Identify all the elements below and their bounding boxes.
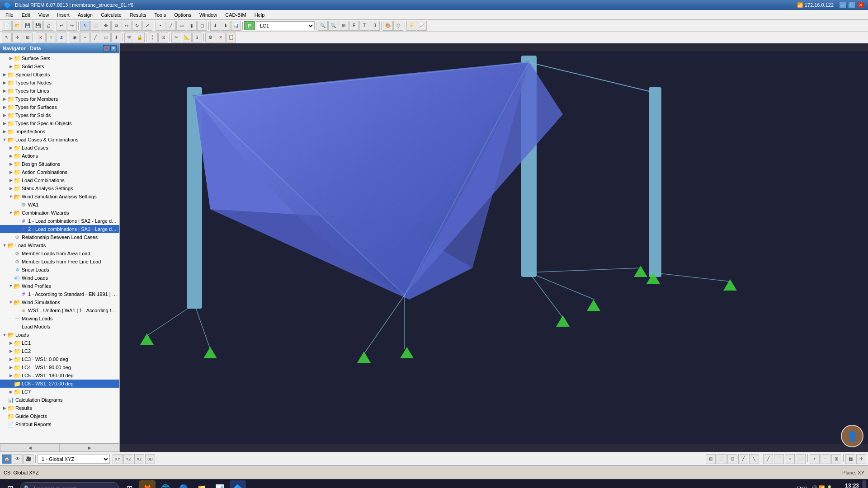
tree-item-types-lines[interactable]: ▶📁Types for Lines — [0, 87, 119, 95]
expander-lc1[interactable]: ▶ — [8, 339, 14, 347]
expander-types-members[interactable]: ▶ — [2, 95, 7, 103]
nav-close-button[interactable]: ✕ — [110, 45, 117, 52]
coord-btn-4[interactable]: 3D — [145, 454, 155, 464]
tb2-axis-x[interactable]: X — [36, 33, 46, 42]
expander-wind-simulation-settings[interactable]: ▼ — [8, 192, 14, 201]
tree-item-printout-reports[interactable]: 📄Printout Reports — [0, 420, 119, 428]
menu-file[interactable]: File — [2, 11, 17, 19]
expander-imperfections[interactable]: ▶ — [2, 127, 7, 136]
taskbar-office[interactable]: 📊 — [212, 480, 228, 488]
expander-wa1[interactable] — [14, 201, 20, 209]
expander-lc5[interactable]: ▶ — [8, 371, 14, 380]
expander-load-cases-combos[interactable]: ▼ — [2, 136, 7, 144]
tree-item-results[interactable]: ▶📁Results — [0, 404, 119, 412]
sb-grid-toggle[interactable]: ▦ — [845, 454, 855, 464]
tree-item-member-free[interactable]: ⚙Member Loads from Free Line Load — [0, 258, 119, 266]
tree-item-special-objects[interactable]: ▶📁Special Objects — [0, 70, 119, 79]
tb2-settings[interactable]: ⚙ — [205, 33, 215, 42]
tb2-grid[interactable]: ⊞ — [23, 33, 33, 42]
show-desktop[interactable] — [863, 480, 866, 488]
taskbar-apps[interactable]: ⊞ — [121, 480, 137, 488]
expander-actions[interactable]: ▶ — [8, 152, 14, 160]
tb2-delete[interactable]: ✕ — [216, 33, 226, 42]
tree-item-calculation-diagrams[interactable]: 📊Calculation Diagrams — [0, 396, 119, 404]
tree-item-types-solids[interactable]: ▶📁Types for Solids — [0, 111, 119, 119]
sb-minus[interactable]: − — [821, 454, 830, 464]
sb-right-3[interactable]: ⊡ — [727, 454, 737, 464]
expander-static-analysis-settings[interactable]: ▶ — [8, 184, 14, 192]
tree-item-lc6[interactable]: ▶📁LC6 - WS1: 270.00 deg — [0, 380, 119, 388]
tb-save2[interactable]: 💾 — [33, 21, 43, 31]
tree-item-snow-loads[interactable]: ❄Snow Loads — [0, 266, 119, 274]
expander-member-area[interactable] — [8, 249, 14, 258]
tree-item-lc7[interactable]: ▶📁LC7 — [0, 388, 119, 396]
tb-node[interactable]: • — [156, 21, 165, 31]
tree-item-load-cases-combos[interactable]: ▼📂Load Cases & Combinations — [0, 136, 119, 144]
tb-load[interactable]: ⬇ — [210, 21, 220, 31]
tb-view-front[interactable]: F — [349, 21, 359, 31]
tb-view-3d[interactable]: 3 — [370, 21, 380, 31]
tree-item-static-analysis-settings[interactable]: ▶📁Static Analysis Settings — [0, 184, 119, 192]
expander-lc4[interactable]: ▶ — [8, 363, 14, 371]
tree-item-wind-simulations[interactable]: ▼📂Wind Simulations — [0, 298, 119, 306]
maximize-button[interactable]: □ — [848, 2, 855, 8]
tree-item-wind-loads[interactable]: 💨Wind Loads — [0, 274, 119, 282]
sb-snap-toggle[interactable]: ✛ — [856, 454, 866, 464]
tree-item-lc5[interactable]: ▶📁LC5 - WS1: 180.00 deg — [0, 371, 119, 380]
expander-lc3[interactable]: ▶ — [8, 355, 14, 363]
tb-rotate[interactable]: ↻ — [132, 21, 142, 31]
expander-wind-simulations[interactable]: ▼ — [8, 298, 14, 306]
sb-right-5[interactable]: ╲ — [749, 454, 759, 464]
expander-types-lines[interactable]: ▶ — [2, 87, 7, 95]
tree-item-relationship[interactable]: ⚙Relationship Between Load Cases — [0, 233, 119, 241]
coord-btn-1[interactable]: XY — [113, 454, 123, 464]
expander-relationship[interactable] — [8, 233, 14, 241]
sb-right-4[interactable]: ╱ — [738, 454, 748, 464]
tree-item-types-special[interactable]: ▶📁Types for Special Objects — [0, 119, 119, 127]
tb-opening[interactable]: ◻ — [197, 21, 207, 31]
sb-right-2[interactable]: ⬜ — [717, 454, 726, 464]
sb-zoom-fit[interactable]: ⊞ — [831, 454, 841, 464]
expander-lc2[interactable]: ▶ — [8, 347, 14, 355]
sb-draw-rect[interactable]: ⬜ — [796, 454, 806, 464]
expander-action-combinations[interactable]: ▶ — [8, 168, 14, 176]
taskbar-rfem[interactable]: 🔷 — [230, 480, 246, 488]
menu-insert[interactable]: Insert — [53, 11, 73, 19]
tb-copy[interactable]: ⧉ — [111, 21, 121, 31]
expander-snow-loads[interactable] — [8, 266, 14, 274]
tb-analyze[interactable]: 📊 — [231, 21, 241, 31]
tree-item-member-area[interactable]: ⚙Member Loads from Area Load — [0, 249, 119, 258]
tb2-display-all[interactable]: ◉ — [70, 33, 80, 42]
nav-scroll-right[interactable]: ▶ — [60, 444, 119, 452]
tb-print[interactable]: 🖨 — [43, 21, 53, 31]
tb-fit[interactable]: ⊞ — [339, 21, 349, 31]
expander-types-surfaces[interactable]: ▶ — [2, 103, 7, 111]
sb-draw-line[interactable]: ╱ — [763, 454, 773, 464]
sb-btn-eye[interactable]: 👁 — [13, 454, 23, 464]
tree-item-loads[interactable]: ▼📂Loads — [0, 331, 119, 339]
tb-undo[interactable]: ↩ — [57, 21, 66, 31]
sb-plus[interactable]: + — [810, 454, 820, 464]
expander-combo2[interactable] — [14, 225, 20, 233]
tb2-axis-y[interactable]: Y — [46, 33, 56, 42]
tb2-cursor[interactable]: ↖ — [2, 33, 12, 42]
sb-btn-home[interactable]: 🏠 — [2, 454, 12, 464]
taskbar-chrome[interactable]: 🔵 — [175, 480, 192, 488]
expander-wind-profile-1[interactable] — [14, 290, 20, 298]
tree-item-actions[interactable]: ▶📁Actions — [0, 152, 119, 160]
expander-load-combinations[interactable]: ▶ — [8, 176, 14, 184]
tb2-display-nodes[interactable]: • — [80, 33, 90, 42]
expander-printout-reports[interactable] — [2, 420, 7, 428]
tb2-section[interactable]: ✂ — [171, 33, 181, 42]
coord-btn-2[interactable]: YZ — [123, 454, 133, 464]
coord-btn-3[interactable]: XZ — [134, 454, 144, 464]
taskbar-files[interactable]: 📁 — [193, 480, 210, 488]
coord-system-select[interactable]: 1 - Global XYZ — [38, 455, 110, 464]
close-button[interactable]: ✕ — [857, 2, 864, 8]
expander-types-solids[interactable]: ▶ — [2, 111, 7, 119]
tb2-ortho[interactable]: ⊡ — [158, 33, 168, 42]
tree-item-guide-objects[interactable]: 📁Guide Objects — [0, 412, 119, 420]
tb-wire[interactable]: ⬡ — [393, 21, 403, 31]
menu-edit[interactable]: Edit — [18, 11, 34, 19]
menu-window[interactable]: Window — [196, 11, 221, 19]
